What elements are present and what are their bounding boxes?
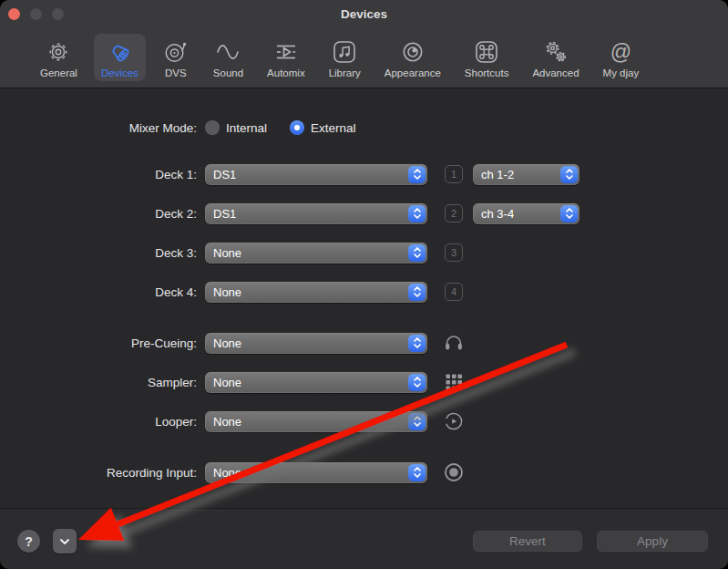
deck2-label: Deck 2: — [0, 207, 205, 221]
turntable-icon — [162, 37, 190, 67]
deck2-number-badge: 2 — [445, 204, 463, 222]
pre-cueing-label: Pre-Cueing: — [0, 336, 205, 350]
pads-grid-icon — [443, 371, 465, 393]
tab-advanced[interactable]: Advanced — [525, 34, 586, 81]
command-key-icon — [473, 37, 500, 67]
stepper-icon[interactable] — [408, 413, 426, 430]
recording-input-row: Recording Input: None — [0, 461, 465, 483]
mixer-mode-row: Mixer Mode: Internal External — [0, 117, 379, 139]
pre-cueing-row: Pre-Cueing: None — [0, 332, 465, 354]
pre-cueing-select[interactable]: None — [205, 333, 427, 354]
tab-label: Automix — [267, 67, 305, 78]
deck2-device-select[interactable]: DS1 — [205, 203, 427, 224]
deck1-number-badge: 1 — [445, 165, 463, 183]
tab-label: DVS — [165, 67, 187, 78]
deck3-device-select[interactable]: None — [205, 243, 427, 264]
stepper-icon[interactable] — [408, 284, 426, 301]
stepper-icon[interactable] — [560, 205, 578, 222]
chevron-down-icon — [59, 537, 70, 546]
speaker-horn-icon — [106, 37, 133, 67]
sampler-row: Sampler: None — [0, 371, 465, 393]
tab-label: Appearance — [385, 67, 441, 78]
stepper-icon[interactable] — [408, 374, 426, 391]
playlist-play-icon — [272, 37, 300, 67]
tab-appearance[interactable]: Appearance — [377, 34, 448, 81]
footer-disclosure-button[interactable] — [53, 529, 77, 553]
tab-sound[interactable]: Sound — [206, 34, 251, 81]
pre-cueing-value: None — [205, 336, 241, 350]
deck1-row: Deck 1: DS1 1 ch 1-2 — [0, 163, 579, 185]
looper-label: Looper: — [0, 415, 205, 429]
stepper-icon[interactable] — [408, 244, 426, 262]
sampler-value: None — [205, 376, 241, 389]
deck1-label: Deck 1: — [0, 168, 205, 181]
deck2-channel-select[interactable]: ch 3-4 — [473, 203, 579, 224]
deck4-label: Deck 4: — [0, 285, 205, 299]
deck1-device-select[interactable]: DS1 — [205, 164, 427, 185]
stepper-icon[interactable] — [408, 205, 426, 222]
tab-devices[interactable]: Devices — [94, 34, 146, 81]
tab-label: General — [40, 67, 77, 78]
stepper-icon[interactable] — [560, 166, 578, 183]
looper-value: None — [205, 415, 241, 429]
deck4-number-badge: 4 — [445, 283, 463, 301]
recording-input-value: None — [205, 466, 241, 480]
looper-select[interactable]: None — [205, 411, 427, 432]
music-note-icon — [331, 37, 358, 67]
tab-label: My djay — [603, 67, 640, 78]
tab-label: Devices — [101, 67, 138, 78]
stepper-icon[interactable] — [408, 335, 426, 352]
tab-automix[interactable]: Automix — [260, 34, 313, 81]
tab-shortcuts[interactable]: Shortcuts — [457, 34, 517, 81]
tab-general[interactable]: General — [33, 34, 85, 81]
deck4-device-select[interactable]: None — [205, 282, 427, 303]
loop-play-icon — [443, 410, 465, 432]
radio-external[interactable] — [290, 120, 304, 135]
window-title: Devices — [0, 0, 728, 28]
window-chrome: Devices General — [0, 0, 728, 88]
recording-input-label: Recording Input: — [0, 466, 205, 480]
deck2-row: Deck 2: DS1 2 ch 3-4 — [0, 202, 579, 224]
sampler-label: Sampler: — [0, 376, 205, 389]
gears-icon — [542, 37, 569, 67]
deck1-device-value: DS1 — [205, 168, 236, 181]
record-icon — [443, 461, 465, 483]
titlebar: Devices — [0, 0, 728, 27]
stepper-icon[interactable] — [408, 464, 426, 481]
apply-button[interactable]: Apply — [597, 531, 708, 552]
tab-label: Library — [329, 67, 361, 78]
tab-label: Sound — [213, 67, 243, 78]
preferences-window: Devices General — [0, 0, 728, 569]
tab-my-djay[interactable]: @ My djay — [596, 34, 647, 81]
deck3-number-badge: 3 — [445, 243, 463, 262]
revert-button[interactable]: Revert — [473, 531, 582, 552]
at-sign-icon: @ — [610, 37, 631, 67]
radio-internal[interactable] — [205, 120, 220, 135]
deck1-channel-select[interactable]: ch 1-2 — [473, 164, 579, 185]
gear-icon — [45, 37, 72, 67]
footer-bar: ? Revert Apply — [0, 508, 728, 569]
sampler-select[interactable]: None — [205, 372, 427, 393]
radio-internal-label: Internal — [226, 121, 267, 135]
looper-row: Looper: None — [0, 410, 465, 432]
stepper-icon[interactable] — [408, 166, 426, 183]
tab-library[interactable]: Library — [322, 34, 368, 81]
deck1-channel-value: ch 1-2 — [473, 168, 514, 181]
deck4-row: Deck 4: None 4 — [0, 281, 463, 303]
radio-external-label: External — [311, 121, 356, 135]
deck3-row: Deck 3: None 3 — [0, 242, 463, 264]
tab-dvs[interactable]: DVS — [155, 34, 197, 81]
tab-label: Shortcuts — [465, 67, 509, 78]
deck2-device-value: DS1 — [205, 207, 236, 221]
deck2-channel-value: ch 3-4 — [473, 207, 514, 221]
mixer-mode-label: Mixer Mode: — [0, 121, 205, 135]
deck3-device-value: None — [205, 246, 241, 260]
recording-input-select[interactable]: None — [205, 462, 427, 483]
eye-icon — [399, 37, 426, 67]
sine-wave-icon — [214, 37, 241, 67]
deck3-label: Deck 3: — [0, 246, 205, 260]
headphones-icon — [443, 332, 465, 354]
toolbar: General Devices — [0, 28, 728, 87]
help-button[interactable]: ? — [17, 530, 40, 553]
deck4-device-value: None — [205, 285, 241, 299]
